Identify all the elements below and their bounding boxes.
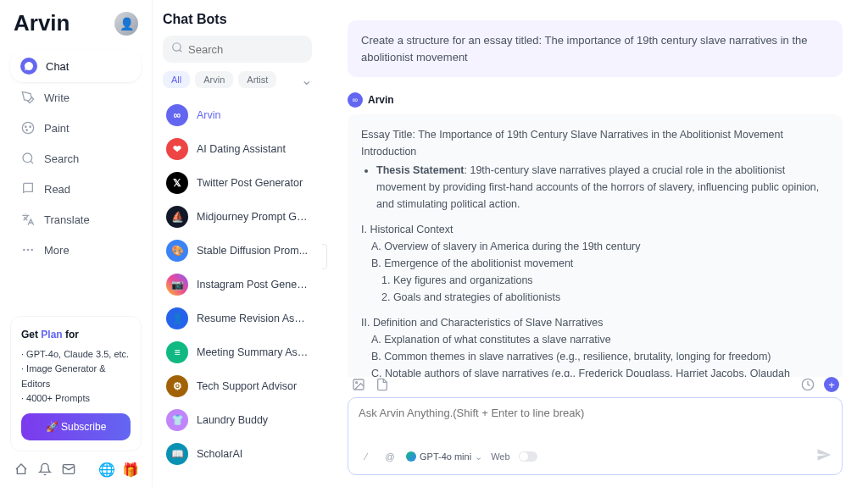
nav-more[interactable]: More bbox=[10, 235, 142, 265]
bot-icon: ≡ bbox=[166, 341, 188, 363]
bot-message: Essay Title: The Importance of 19th Cent… bbox=[348, 114, 843, 377]
user-message: Create a structure for an essay titled: … bbox=[348, 20, 843, 77]
bot-icon: 📷 bbox=[166, 274, 188, 296]
bot-icon: ∞ bbox=[166, 104, 188, 126]
bot-item[interactable]: 📖ScholarAI bbox=[163, 437, 312, 471]
nav-read[interactable]: Read bbox=[10, 174, 142, 204]
nav-write[interactable]: Write bbox=[10, 82, 142, 113]
bot-item[interactable]: 👕Laundry Buddy bbox=[163, 403, 312, 437]
bot-item[interactable]: 🎨Stable Diffusion Prom... bbox=[163, 234, 312, 268]
bot-icon: 𝕏 bbox=[166, 172, 188, 194]
svg-point-4 bbox=[23, 153, 32, 163]
svg-point-5 bbox=[23, 249, 25, 252]
promo-card: Get Plan for · GPT-4o, Claude 3.5, etc.·… bbox=[10, 316, 142, 451]
new-chat-button[interactable]: + bbox=[824, 377, 839, 392]
svg-point-3 bbox=[26, 130, 27, 130]
bot-icon: ❤ bbox=[166, 138, 188, 160]
svg-point-0 bbox=[22, 122, 33, 133]
bot-item[interactable]: ≡Meeting Summary Ass... bbox=[163, 335, 312, 369]
translate-icon bbox=[20, 212, 36, 227]
chat-icon bbox=[20, 58, 37, 75]
model-selector[interactable]: GPT-4o mini ⌄ bbox=[406, 451, 482, 462]
svg-point-1 bbox=[25, 126, 26, 127]
bot-icon: 🎨 bbox=[166, 240, 188, 262]
app-logo: Arvin bbox=[14, 10, 70, 36]
composer[interactable]: ⁄ @ GPT-4o mini ⌄ Web bbox=[348, 397, 843, 475]
bot-item[interactable]: 👤Resume Revision Assis... bbox=[163, 302, 312, 335]
bot-icon: 👤 bbox=[166, 307, 188, 329]
nav-translate[interactable]: Translate bbox=[10, 204, 142, 235]
image-icon[interactable] bbox=[351, 377, 366, 392]
bot-icon: ⛵ bbox=[166, 206, 188, 228]
user-avatar[interactable]: 👤 bbox=[114, 12, 138, 36]
nav-search[interactable]: Search bbox=[10, 143, 142, 174]
svg-point-7 bbox=[31, 249, 33, 252]
message-input[interactable] bbox=[359, 407, 832, 439]
at-icon[interactable]: @ bbox=[382, 449, 398, 464]
bot-item[interactable]: 📷Instagram Post Genera... bbox=[163, 268, 312, 302]
svg-point-9 bbox=[173, 43, 181, 51]
bot-search[interactable] bbox=[163, 36, 312, 63]
home-icon[interactable] bbox=[14, 462, 29, 477]
bot-name-label: Arvin bbox=[368, 94, 394, 106]
collapse-handle[interactable]: ‹ bbox=[322, 244, 327, 269]
bot-item[interactable]: ∞Arvin bbox=[163, 98, 312, 132]
search-icon bbox=[171, 42, 183, 57]
write-icon bbox=[20, 90, 36, 105]
filter-arvin[interactable]: Arvin bbox=[195, 71, 233, 88]
bot-item[interactable]: 𝕏Twitter Post Generator bbox=[163, 166, 312, 200]
bot-icon: 📖 bbox=[166, 443, 188, 465]
bot-item[interactable]: ⚙Tech Support Advisor bbox=[163, 369, 312, 403]
subscribe-button[interactable]: 🚀 Subscribe bbox=[21, 413, 131, 440]
search-icon bbox=[20, 151, 36, 166]
svg-point-11 bbox=[356, 382, 358, 384]
send-button[interactable] bbox=[816, 447, 832, 466]
bot-item[interactable]: ⛵Midjourney Prompt Ge... bbox=[163, 200, 312, 234]
bot-item[interactable]: 🧠TherapistGPT bbox=[163, 471, 312, 475]
paint-icon bbox=[20, 120, 36, 136]
bell-icon[interactable] bbox=[37, 462, 53, 477]
chevron-down-icon[interactable]: ⌄ bbox=[301, 72, 312, 88]
svg-point-2 bbox=[30, 126, 31, 127]
chrome-icon[interactable]: 🌐 bbox=[99, 462, 114, 477]
mail-icon[interactable] bbox=[61, 462, 76, 477]
read-icon bbox=[20, 181, 36, 196]
bot-icon: 👕 bbox=[166, 409, 188, 431]
bot-item[interactable]: ❤AI Dating Assistant bbox=[163, 132, 312, 166]
nav-chat[interactable]: Chat bbox=[10, 50, 142, 82]
slash-icon[interactable]: ⁄ bbox=[359, 449, 374, 464]
nav-paint[interactable]: Paint bbox=[10, 113, 142, 143]
filter-all[interactable]: All bbox=[163, 71, 190, 88]
filter-artist[interactable]: Artist bbox=[238, 71, 276, 88]
more-icon bbox=[20, 242, 36, 257]
history-icon[interactable] bbox=[800, 377, 815, 392]
gift-icon[interactable]: 🎁 bbox=[123, 462, 138, 477]
bots-panel-title: Chat Bots bbox=[163, 12, 312, 27]
svg-point-6 bbox=[27, 249, 30, 252]
web-toggle[interactable] bbox=[519, 451, 537, 462]
bot-icon: ⚙ bbox=[166, 375, 188, 397]
pdf-icon[interactable] bbox=[375, 377, 390, 392]
arvin-icon: ∞ bbox=[348, 92, 363, 108]
bot-search-input[interactable] bbox=[188, 43, 303, 56]
